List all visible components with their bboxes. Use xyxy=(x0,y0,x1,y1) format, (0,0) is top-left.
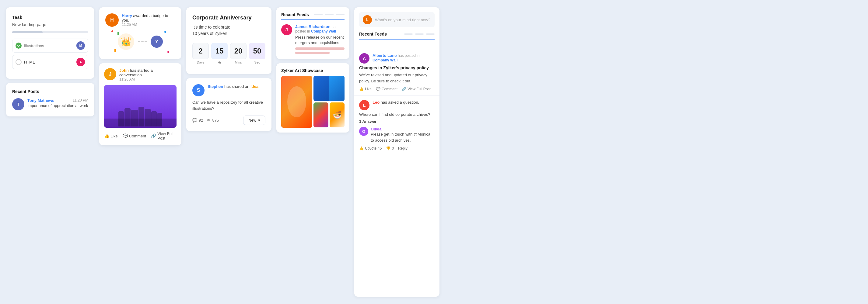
conv-name[interactable]: John xyxy=(119,68,129,73)
right-feeds-header: Recent Feeds xyxy=(359,32,435,39)
compose-placeholder[interactable]: What's on your mind right now? xyxy=(375,18,430,22)
post-item[interactable]: T Tony Mathews 11.20 PM Importance of ap… xyxy=(12,98,88,110)
right-view-label: View Full Post xyxy=(407,87,431,91)
task-card: Task New landing page Illustrations M xyxy=(6,7,94,79)
feeds-title: Recent Feeds xyxy=(281,12,309,17)
badge-name[interactable]: Harry xyxy=(122,13,132,18)
feeds-tab-2[interactable] xyxy=(325,14,334,15)
right-comment-button[interactable]: 💬 Comment xyxy=(376,87,398,91)
count-sec-label: Sec xyxy=(249,61,266,64)
skeleton-2 xyxy=(295,52,330,54)
right-feeds-tab-2[interactable] xyxy=(415,33,424,35)
confetti-3 xyxy=(164,31,166,33)
question-name[interactable]: Leo xyxy=(373,100,379,105)
idea-desc-prefix: has shared an xyxy=(224,84,250,89)
right-feeds-tabs xyxy=(404,33,435,35)
count-hr-num: 15 xyxy=(211,43,228,59)
task-item-illustrations[interactable]: Illustrations M xyxy=(12,39,88,53)
art-image-3[interactable] xyxy=(313,102,329,127)
feeds-post-avatar: J xyxy=(281,24,292,35)
right-post-author[interactable]: Alberto Lane xyxy=(373,53,397,58)
idea-header: S Stephen has shared an Idea xyxy=(192,84,266,96)
post-author[interactable]: Tony Mathews xyxy=(27,98,55,103)
task-item-html[interactable]: HTML A xyxy=(12,55,88,69)
comment-stat-count: 92 xyxy=(199,118,203,123)
art-image-4[interactable]: 🍜 xyxy=(330,102,344,127)
conversation-card: J John has started a conversation. 11:28… xyxy=(99,63,181,145)
compose-box[interactable]: L What's on your mind right now? xyxy=(359,12,435,27)
view-icon: 🔗 xyxy=(151,133,156,138)
right-view-icon: 🔗 xyxy=(402,87,406,91)
post-avatar: T xyxy=(12,98,24,110)
right-post-header: A Alberto Lane has posted in Company Wal… xyxy=(359,53,435,64)
count-hr-label: Hr xyxy=(211,61,228,64)
right-post-wall[interactable]: Company Wall xyxy=(373,58,398,62)
upvote-button[interactable]: 👍 Upvote 45 xyxy=(359,146,382,150)
right-comment-label: Comment xyxy=(382,87,398,91)
comment-button[interactable]: 💬 Comment xyxy=(123,133,146,138)
task-progress-fill xyxy=(12,31,42,33)
answer-actions: 👍 Upvote 45 👎 0 Reply xyxy=(359,146,435,150)
feeds-post[interactable]: J James Richardson has posted in Company… xyxy=(281,24,344,54)
answer-name[interactable]: Olivia xyxy=(371,127,381,131)
badge-card: H Harry awarded a badge to you. 11:25 AM xyxy=(99,7,181,59)
comment-stat: 💬 92 xyxy=(192,118,203,123)
count-mins-label: Mins xyxy=(230,61,247,64)
task-avatar-1: M xyxy=(76,41,85,50)
feeds-post-text: Press release on our recent mergers and … xyxy=(295,35,344,45)
right-post-avatar: A xyxy=(359,53,370,64)
feeds-tab-1[interactable] xyxy=(314,14,322,15)
feeds-header: Recent Feeds xyxy=(281,12,344,20)
upvote-count: 45 xyxy=(378,146,382,150)
new-btn-label: New xyxy=(248,118,256,123)
badge-crown-icon: 👑 xyxy=(118,33,134,50)
task-item-text-html: HTML xyxy=(24,60,35,64)
badge-time: 11:25 AM xyxy=(122,23,175,27)
upvote-label: Upvote xyxy=(365,146,376,150)
task-label: Task xyxy=(12,14,88,20)
idea-text: Stephen has shared an Idea xyxy=(208,84,258,89)
right-like-button[interactable]: 👍 Like xyxy=(359,87,372,91)
answer-avatar: O xyxy=(359,127,368,136)
upvote-icon: 👍 xyxy=(359,146,364,150)
meeting-scene xyxy=(104,85,177,128)
question-text: Where can I find old corporate archives? xyxy=(359,112,435,117)
feeds-post-wall[interactable]: Company Wall xyxy=(311,29,336,33)
feeds-post-author[interactable]: James Richardson xyxy=(295,24,331,29)
answer-count: 1 Answer xyxy=(359,119,435,124)
art-image-1[interactable] xyxy=(281,76,312,128)
feeds-post-content: James Richardson has posted in Company W… xyxy=(295,24,344,54)
right-comment-icon: 💬 xyxy=(376,87,380,91)
right-feeds-tab-1[interactable] xyxy=(404,33,413,35)
task-subtitle: New landing page xyxy=(12,22,88,27)
like-label: Like xyxy=(111,134,118,138)
answer-text: Please get in touch with @Monica to acce… xyxy=(371,131,435,143)
post-time: 11.20 PM xyxy=(73,98,88,102)
right-feeds-tab-3[interactable] xyxy=(426,33,435,35)
new-dropdown-button[interactable]: New ▾ xyxy=(243,115,266,125)
feeds-tab-3[interactable] xyxy=(336,14,344,15)
question-section: L Leo has asked a question. Where can I … xyxy=(354,96,439,155)
right-view-button[interactable]: 🔗 View Full Post xyxy=(402,87,431,91)
conv-header: J John has started a conversation. 11:28… xyxy=(104,68,177,81)
art-image-2[interactable] xyxy=(313,76,344,101)
right-post-actions: 👍 Like 💬 Comment 🔗 View Full Post xyxy=(359,87,435,91)
idea-avatar: S xyxy=(192,84,205,96)
answer-item: O Olivia Please get in touch with @Monic… xyxy=(359,127,435,143)
view-full-post-button[interactable]: 🔗 View Full Post xyxy=(151,131,177,140)
idea-name[interactable]: Stephen xyxy=(208,84,223,89)
view-stat-icon: 👁 xyxy=(207,118,211,123)
question-label: has asked a question. xyxy=(381,100,419,105)
view-stat: 👁 875 xyxy=(207,118,219,123)
skeleton-1 xyxy=(295,47,344,50)
answer-content: Olivia Please get in touch with @Monica … xyxy=(371,127,435,143)
badge-header: H Harry awarded a badge to you. 11:25 AM xyxy=(105,13,175,27)
like-button[interactable]: 👍 Like xyxy=(104,133,118,138)
anniversary-desc: It's time to celebrate10 years of Zylker… xyxy=(192,24,266,37)
anniversary-title: Corporate Anniversary xyxy=(192,14,266,21)
badge-avatar: H xyxy=(105,13,119,27)
reply-button[interactable]: Reply xyxy=(398,146,407,150)
downvote-button[interactable]: 👎 0 xyxy=(386,146,394,150)
conv-actions: 👍 Like 💬 Comment 🔗 View Full Post xyxy=(104,131,177,140)
recent-posts-card: Recent Posts T Tony Mathews 11.20 PM Imp… xyxy=(6,83,94,116)
